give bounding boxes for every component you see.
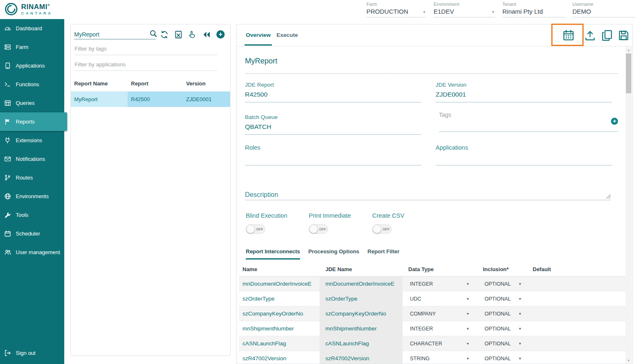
- sidebar-item-queries[interactable]: Queries: [0, 94, 64, 112]
- sidebar-item-farm[interactable]: Farm: [0, 38, 64, 56]
- publish-button[interactable]: [584, 29, 596, 43]
- schedule-button[interactable]: [562, 29, 575, 43]
- default-value-cell[interactable]: [527, 291, 625, 306]
- tools-icon: [4, 211, 11, 219]
- add-tag-button[interactable]: [611, 118, 618, 125]
- scroll-down-arrow-icon[interactable]: [625, 357, 632, 363]
- default-value-cell[interactable]: [527, 306, 625, 321]
- sidebar-item-user-management[interactable]: User management: [0, 243, 64, 262]
- column-version: Version: [183, 77, 230, 92]
- sidebar-item-tools[interactable]: Tools: [0, 206, 64, 224]
- data-type-select[interactable]: UDC: [402, 291, 477, 306]
- sign-out-button[interactable]: Sign out: [0, 344, 64, 362]
- chevron-down-icon: [519, 296, 521, 301]
- rewind-icon[interactable]: [202, 30, 211, 39]
- sidebar-item-environments[interactable]: Environments: [0, 187, 64, 206]
- scroll-up-arrow-icon[interactable]: [625, 47, 632, 53]
- batch-queue-field[interactable]: Batch Queue QBATCH: [245, 114, 421, 135]
- chevron-down-icon: [467, 341, 469, 346]
- applications-field[interactable]: Applications: [436, 144, 612, 165]
- jde-version-value: ZJDE0001: [436, 91, 612, 98]
- filter-by-tags-input[interactable]: [75, 44, 217, 55]
- data-type-select[interactable]: INTEGER: [402, 277, 477, 291]
- data-type-select[interactable]: STRING: [402, 351, 477, 364]
- save-button[interactable]: [618, 29, 630, 43]
- inclusion-select[interactable]: OPTIONAL: [477, 277, 527, 291]
- queries-icon: [4, 99, 11, 107]
- inclusion-select[interactable]: OPTIONAL: [477, 291, 527, 306]
- data-type-select[interactable]: COMPANY: [402, 306, 477, 321]
- subtab-report-interconnects[interactable]: Report Interconnects: [246, 248, 300, 260]
- default-value-cell[interactable]: [527, 321, 625, 336]
- column-report: Report: [128, 77, 183, 92]
- sidebar-item-scheduler[interactable]: Scheduler: [0, 224, 64, 243]
- notifications-icon: [4, 155, 11, 163]
- interconnect-jde-name: mnDocumentOrderInvoiceE: [320, 277, 402, 291]
- chevron-down-icon: [423, 10, 425, 14]
- report-cell[interactable]: R42500: [128, 92, 183, 107]
- report-row-selected[interactable]: MyReport R42500 ZJDE0001: [71, 92, 230, 107]
- interconnect-name[interactable]: szOrderType: [239, 291, 320, 306]
- roles-field[interactable]: Roles: [245, 144, 421, 165]
- jde-version-field[interactable]: JDE Version ZJDE0001: [436, 82, 612, 102]
- sidebar-item-dashboard[interactable]: Dashboard: [0, 19, 64, 38]
- dashboard-icon: [4, 24, 11, 32]
- tags-input[interactable]: [439, 112, 618, 118]
- interconnect-row: szR47002Version szR47002Version STRING O…: [239, 351, 625, 364]
- column-default: Default: [527, 262, 625, 276]
- interconnect-name[interactable]: szR47002Version: [239, 351, 320, 364]
- interconnect-name[interactable]: cASNLaunchFlag: [239, 336, 320, 351]
- farm-icon: [4, 43, 11, 51]
- sidebar-item-notifications[interactable]: Notifications: [0, 150, 64, 168]
- sidebar-item-routes[interactable]: Routes: [0, 168, 64, 187]
- farm-select[interactable]: Farm PRODUCTION: [366, 2, 426, 17]
- inclusion-select[interactable]: OPTIONAL: [477, 351, 527, 364]
- search-input[interactable]: [74, 31, 149, 38]
- version-cell[interactable]: ZJDE0001: [183, 92, 230, 107]
- user-management-icon: [4, 248, 11, 256]
- vertical-scrollbar[interactable]: [625, 47, 632, 363]
- data-type-select[interactable]: CHARACTER: [402, 336, 477, 351]
- inclusion-select[interactable]: OPTIONAL: [477, 336, 527, 351]
- sidebar-item-reports[interactable]: Reports: [0, 112, 67, 131]
- sidebar-item-extensions[interactable]: Extensions: [0, 131, 64, 150]
- search-icon[interactable]: [149, 29, 158, 38]
- filter-by-applications-input[interactable]: [75, 60, 217, 71]
- default-value-cell[interactable]: [527, 336, 625, 351]
- tab-execute[interactable]: Execute: [276, 32, 298, 38]
- jde-report-field[interactable]: JDE Report R42500: [245, 82, 421, 102]
- report-name-cell[interactable]: MyReport: [71, 92, 128, 107]
- scrollbar-thumb[interactable]: [626, 53, 631, 93]
- inclusion-select[interactable]: OPTIONAL: [477, 321, 527, 336]
- inclusion-select[interactable]: OPTIONAL: [477, 306, 527, 321]
- routes-icon: [4, 174, 11, 182]
- environment-select[interactable]: Environment E1DEV: [434, 2, 495, 17]
- blind-execution-toggle[interactable]: OFF: [246, 224, 265, 234]
- tab-overview[interactable]: Overview: [246, 32, 271, 38]
- default-value-cell[interactable]: [527, 277, 625, 291]
- title-divider: [245, 73, 618, 74]
- description-field[interactable]: Description: [245, 191, 611, 200]
- description-label: Description: [245, 191, 611, 199]
- interconnect-jde-name: szCompanyKeyOrderNo: [320, 306, 402, 321]
- resize-handle-icon[interactable]: [606, 194, 611, 199]
- hand-pointer-icon[interactable]: [188, 30, 197, 39]
- sidebar-item-functions[interactable]: Functions: [0, 75, 64, 94]
- interconnect-name[interactable]: mnShipmentNumber: [239, 321, 320, 336]
- header-context-fields: Farm PRODUCTION Environment E1DEV Tenant…: [366, 2, 635, 17]
- print-immediate-toggle[interactable]: OFF: [309, 224, 328, 234]
- interconnect-name[interactable]: mnDocumentOrderInvoiceE: [239, 277, 320, 291]
- data-type-select[interactable]: INTEGER: [402, 321, 477, 336]
- interconnect-row: szCompanyKeyOrderNo szCompanyKeyOrderNo …: [239, 306, 625, 321]
- subtab-processing-options[interactable]: Processing Options: [308, 248, 359, 260]
- refresh-icon[interactable]: [160, 30, 169, 39]
- sidebar-item-applications[interactable]: Applications: [0, 56, 64, 75]
- toggle-knob: [246, 225, 255, 233]
- export-excel-icon[interactable]: [174, 30, 183, 39]
- create-csv-toggle[interactable]: OFF: [372, 224, 392, 234]
- copy-button[interactable]: [601, 29, 613, 43]
- interconnect-name[interactable]: szCompanyKeyOrderNo: [239, 306, 320, 321]
- subtab-report-filter[interactable]: Report Filter: [368, 248, 400, 260]
- add-report-button[interactable]: [216, 30, 225, 39]
- default-value-cell[interactable]: [527, 351, 625, 364]
